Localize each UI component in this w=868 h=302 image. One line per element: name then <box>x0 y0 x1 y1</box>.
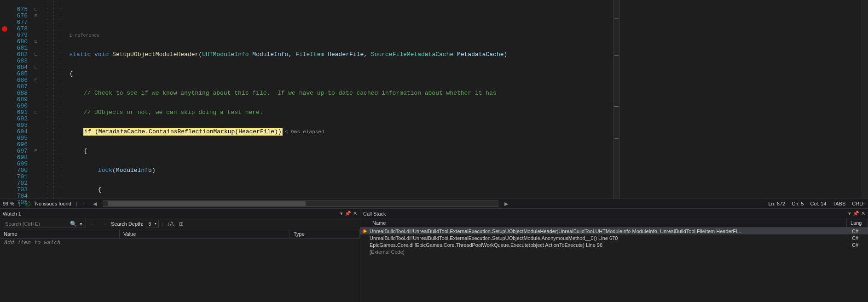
scroll-left-icon[interactable]: ◀ <box>92 201 98 207</box>
depth-label: Search Depth: <box>111 221 143 227</box>
bottom-panels: Watch 1 ▾ 📌 ✕ 🔍 ▾ ← → Search Depth: 3▾ |… <box>0 209 868 302</box>
code-area[interactable]: 1 reference static void SetupUObjectModu… <box>41 0 613 199</box>
col-indicator[interactable]: Col: 14 <box>810 201 826 206</box>
callstack-frame[interactable]: [External Code] <box>360 248 868 255</box>
col-type[interactable]: Type <box>290 229 360 238</box>
frame-name: UnrealBuildTool.dll!UnrealBuildTool.Exte… <box>370 228 847 234</box>
callstack-frame[interactable]: EpicGames.Core.dll!EpicGames.Core.Thread… <box>360 241 868 248</box>
fold-gutter[interactable]: ⊟⊟⊟⊟⊟⊟⊟⊟⊞ <box>31 0 41 199</box>
frame-name: EpicGames.Core.dll!EpicGames.Core.Thread… <box>370 242 847 248</box>
current-step-highlight: if (MetadataCache.ContainsReflectionMark… <box>84 128 282 135</box>
line-ending-indicator[interactable]: CRLF <box>852 201 865 206</box>
current-frame-arrow-icon <box>364 229 367 233</box>
dropdown-icon[interactable]: ▾ <box>340 211 343 217</box>
frame-lang: C# <box>849 242 867 248</box>
tree-icon[interactable]: ⊞ <box>178 221 185 227</box>
col-name[interactable]: Name <box>0 229 120 238</box>
watch-panel[interactable]: Watch 1 ▾ 📌 ✕ 🔍 ▾ ← → Search Depth: 3▾ |… <box>0 209 360 302</box>
tabs-indicator[interactable]: TABS <box>833 201 845 206</box>
pin-icon[interactable]: 📌 <box>345 211 351 217</box>
frame-lang: C# <box>849 228 867 234</box>
frame-name: UnrealBuildTool.dll!UnrealBuildTool.Exte… <box>370 235 847 241</box>
code-editor[interactable]: 6756766776786796806816826836846856866876… <box>0 0 868 199</box>
chevron-down-icon[interactable]: ▾ <box>78 221 84 227</box>
callstack-body[interactable]: UnrealBuildTool.dll!UnrealBuildTool.Exte… <box>360 228 868 302</box>
depth-input[interactable]: 3▾ <box>146 220 159 228</box>
nav-back-icon[interactable]: ← <box>89 221 97 227</box>
nav-forward-icon[interactable]: → <box>100 221 108 227</box>
char-indicator[interactable]: Ch: 5 <box>792 201 804 206</box>
col-name[interactable]: Name <box>369 218 847 227</box>
col-value[interactable]: Value <box>120 229 290 238</box>
breakpoint-icon[interactable] <box>2 26 7 32</box>
dropdown-icon[interactable]: ▾ <box>848 211 851 217</box>
elapsed-label: ≤ 9ms elapsed <box>285 129 324 135</box>
line-indicator[interactable]: Ln: 672 <box>768 201 785 206</box>
reference-hint: 1 reference <box>69 33 99 38</box>
watch-grid-header[interactable]: Name Value Type <box>0 229 360 239</box>
close-icon[interactable]: ✕ <box>353 211 357 217</box>
breakpoint-gutter[interactable] <box>0 0 9 199</box>
close-icon[interactable]: ✕ <box>861 211 865 217</box>
frame-lang: C# <box>849 235 867 241</box>
add-watch-hint[interactable]: Add item to watch <box>0 239 360 247</box>
minimap[interactable] <box>613 0 619 199</box>
scroll-right-icon[interactable]: ▶ <box>503 201 509 207</box>
watch-panel-title[interactable]: Watch 1 ▾ 📌 ✕ <box>0 209 360 218</box>
watch-grid-body[interactable]: Add item to watch <box>0 239 360 302</box>
pin-icon[interactable]: 📌 <box>853 211 859 217</box>
editor-statusbar: 99 % | ✓ No issues found | ← ◀ ▶ Ln: 672… <box>0 199 868 209</box>
watch-toolbar: 🔍 ▾ ← → Search Depth: 3▾ | ↕A ⊞ <box>0 218 360 229</box>
callstack-frame[interactable]: UnrealBuildTool.dll!UnrealBuildTool.Exte… <box>360 234 868 241</box>
sort-icon[interactable]: ↕A <box>166 221 175 227</box>
right-editor-pane[interactable] <box>619 0 868 199</box>
horizontal-scrollbar[interactable] <box>103 200 498 207</box>
frame-name: [External Code] <box>370 249 847 255</box>
search-icon[interactable]: 🔍 <box>69 221 78 227</box>
callstack-panel-title[interactable]: Call Stack ▾ 📌 ✕ <box>360 209 868 218</box>
col-lang[interactable]: Lang <box>847 218 868 227</box>
callstack-grid-header[interactable]: Name Lang <box>360 218 868 228</box>
line-number-gutter: 6756766776786796806816826836846856866876… <box>9 0 31 199</box>
watch-search-input[interactable] <box>5 221 69 227</box>
watch-search-box[interactable]: 🔍 ▾ <box>3 220 86 228</box>
callstack-frame[interactable]: UnrealBuildTool.dll!UnrealBuildTool.Exte… <box>360 228 868 234</box>
callstack-panel[interactable]: Call Stack ▾ 📌 ✕ Name Lang UnrealBuildTo… <box>360 209 868 302</box>
